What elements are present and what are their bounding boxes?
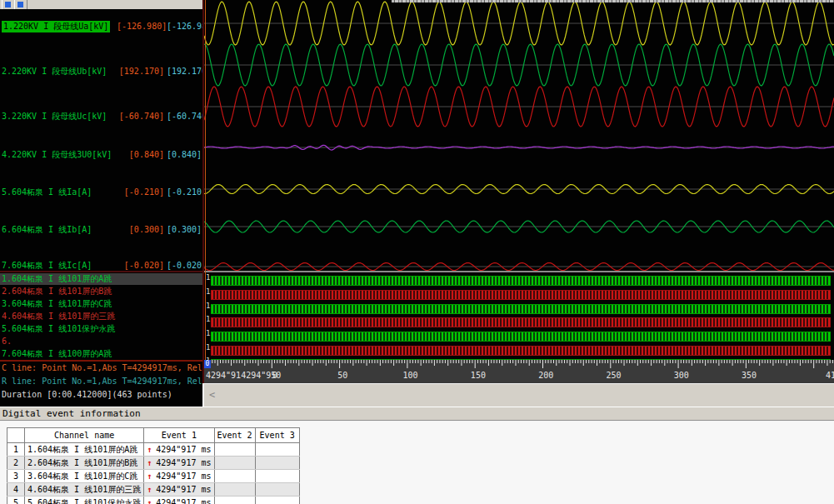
rising-edge-arrow-icon: ↑ (147, 445, 152, 454)
event-table-row[interactable]: 33.604柘泉 I 线101屏的C跳↑4294"917 ms (7, 470, 300, 483)
event-1-time: 4294"917 ms (156, 498, 211, 504)
event-2-cell (214, 483, 255, 497)
analog-channel-label[interactable]: 1.220KV I 段母线Ua[kV] (2, 21, 110, 32)
digital-channel-label[interactable]: 5.604柘泉 I 线101保护永跳 (0, 323, 202, 335)
event-channel-name: 1.604柘泉 I 线101屏的A跳 (25, 443, 144, 457)
event-table-row[interactable]: 22.604柘泉 I 线101屏的B跳↑4294"917 ms (7, 457, 300, 470)
toolbar-button-2[interactable] (14, 0, 27, 9)
event-table-panel: Channel name Event 1 Event 2 Event 3 11.… (0, 422, 834, 504)
status-separator (0, 360, 202, 362)
toolbar-button-1[interactable] (2, 0, 15, 9)
cursor-value-1: [-0.210] (117, 187, 164, 198)
ruler-tick-label: 350 (742, 371, 757, 380)
event-3-cell (255, 483, 299, 497)
analog-channel-label[interactable]: 2.220KV I 段母线Ub[kV] (2, 66, 107, 77)
header-event-3: Event 3 (255, 428, 299, 443)
cursor-value-2: [-126.980] (167, 21, 202, 32)
digital-trace-bar[interactable] (211, 304, 831, 314)
analog-channel-row[interactable]: 6.604柘泉 I 线Ib[A][0.300][0.300] (0, 224, 202, 236)
digital-channel-label[interactable]: 7.604柘泉 I 线100屏的A跳 (0, 348, 202, 360)
time-ruler[interactable]: 0 4294"914294"950 0501001502002503003504… (204, 360, 834, 383)
digital-trace-bar[interactable] (211, 346, 831, 356)
rising-edge-arrow-icon: ↑ (147, 472, 152, 481)
event-table-row[interactable]: 44.604柘泉 I 线101屏的三跳↑4294"917 ms (7, 483, 300, 497)
toolbar (0, 0, 202, 9)
row-number: 3 (7, 470, 25, 483)
analog-channel-label[interactable]: 7.604柘泉 I 线Ic[A] (2, 260, 92, 272)
cursor-value-2: [-0.210] (167, 187, 202, 198)
cursor-value-2: [192.170] (167, 66, 202, 77)
digital-trace-bar[interactable] (211, 317, 831, 327)
c-line-status: C line: Point No.=1,Abs T=4294917ms, Rel… (2, 363, 202, 373)
clipped-title-sliver (392, 0, 834, 2)
ruler-tick-label: 100 (403, 371, 418, 380)
rising-edge-arrow-icon: ↑ (147, 498, 152, 504)
analog-waveform-plot[interactable] (204, 0, 834, 272)
cursor-value-2: [0.840] (167, 149, 202, 161)
row-number: 4 (7, 483, 25, 497)
event-1-cell: ↑4294"917 ms (144, 470, 214, 483)
horizontal-scrollbar[interactable]: < (204, 383, 834, 407)
cursor-value-2: [-60.740] (167, 111, 202, 122)
cursor-value-2: [-0.020] (167, 260, 202, 272)
event-1-time: 4294"917 ms (156, 472, 211, 481)
digital-trace-bar[interactable] (211, 290, 831, 300)
rising-edge-arrow-icon: ↑ (147, 485, 152, 494)
analog-channel-label[interactable]: 4.220KV I 段母线3U0[kV] (2, 149, 112, 161)
digital-channel-label[interactable]: 3.604柘泉 I 线101屏的C跳 (0, 298, 202, 310)
event-3-cell (255, 443, 299, 457)
channel-list-panel: 1.220KV I 段母线Ua[kV][-126.980][-126.980]2… (0, 9, 202, 407)
cursor-value-1: [0.300] (117, 224, 164, 236)
digital-trace-plot[interactable]: 1111111 (204, 272, 834, 360)
event-1-cell: ↑4294"917 ms (144, 457, 214, 470)
row-number: 1 (7, 443, 25, 457)
ruler-tick-label: 50 (337, 371, 347, 380)
fault-recorder-window: 1.220KV I 段母线Ua[kV][-126.980][-126.980]2… (0, 0, 834, 504)
cursor-value-1: [0.840] (117, 149, 164, 161)
header-row-number (7, 428, 25, 443)
digital-channel-label[interactable]: 4.604柘泉 I 线101屏的三跳 (0, 311, 202, 322)
event-1-cell: ↑4294"917 ms (144, 443, 214, 457)
digital-trace-bar[interactable] (211, 276, 831, 286)
analog-channel-label[interactable]: 5.604柘泉 I 线Ia[A] (2, 187, 92, 198)
digital-trace-bar[interactable] (211, 332, 831, 342)
waveform-canvas (204, 0, 834, 272)
event-table-row[interactable]: 11.604柘泉 I 线101屏的A跳↑4294"917 ms (7, 443, 300, 457)
analog-channel-row[interactable]: 3.220KV I 段母线Uc[kV][-60.740][-60.740] (0, 111, 202, 122)
ruler-tick-label: 150 (471, 371, 486, 380)
digital-channel-label[interactable]: 2.604柘泉 I 线101屏的B跳 (0, 286, 202, 297)
cursor-value-1: [-0.020] (117, 260, 164, 272)
digital-event-table: Channel name Event 1 Event 2 Event 3 11.… (7, 427, 300, 504)
analog-channel-row[interactable]: 2.220KV I 段母线Ub[kV][192.170][192.170] (0, 66, 202, 77)
digital-channel-label[interactable]: 1.604柘泉 I 线101屏的A跳 (0, 273, 202, 285)
scroll-left-arrow-icon[interactable]: < (209, 389, 215, 401)
section-title: Digital event information (2, 408, 141, 419)
event-2-cell (214, 443, 255, 457)
event-1-time: 4294"917 ms (156, 458, 211, 467)
digital-channel-label[interactable]: 6. (0, 336, 202, 347)
analog-channel-row[interactable]: 7.604柘泉 I 线Ic[A][-0.020][-0.020] (0, 260, 202, 272)
analog-channel-row[interactable]: 4.220KV I 段母线3U0[kV][0.840][0.840] (0, 149, 202, 161)
analog-channel-label[interactable]: 6.604柘泉 I 线Ib[A] (2, 224, 92, 236)
ruler-tick-label: 412 (826, 371, 834, 380)
header-event-2: Event 2 (214, 428, 255, 443)
analog-channel-row[interactable]: 5.604柘泉 I 线Ia[A][-0.210][-0.210] (0, 187, 202, 198)
event-table-row[interactable]: 55.604柘泉 I 线101保护永跳↑4294"917 ms (7, 497, 300, 504)
row-number: 5 (7, 497, 25, 504)
event-channel-name: 5.604柘泉 I 线101保护永跳 (25, 497, 144, 504)
time-cursor-line[interactable] (205, 0, 206, 360)
ruler-tick-label: 250 (606, 371, 621, 380)
event-1-cell: ↑4294"917 ms (144, 497, 214, 504)
event-3-cell (255, 497, 299, 504)
analog-channel-label[interactable]: 3.220KV I 段母线Uc[kV] (2, 111, 107, 122)
cursor-value-1: [-60.740] (117, 111, 164, 122)
cursor-value-2: [0.300] (167, 224, 202, 236)
analog-channel-row[interactable]: 1.220KV I 段母线Ua[kV][-126.980][-126.980] (0, 21, 202, 32)
event-3-cell (255, 470, 299, 483)
toolbar-icon-2 (17, 2, 23, 7)
ruler-tick-label: 300 (674, 371, 689, 380)
row-number: 2 (7, 457, 25, 470)
header-event-1: Event 1 (144, 428, 214, 443)
cursor-position-marker[interactable]: 0 (204, 360, 211, 368)
event-1-time: 4294"917 ms (156, 445, 211, 454)
